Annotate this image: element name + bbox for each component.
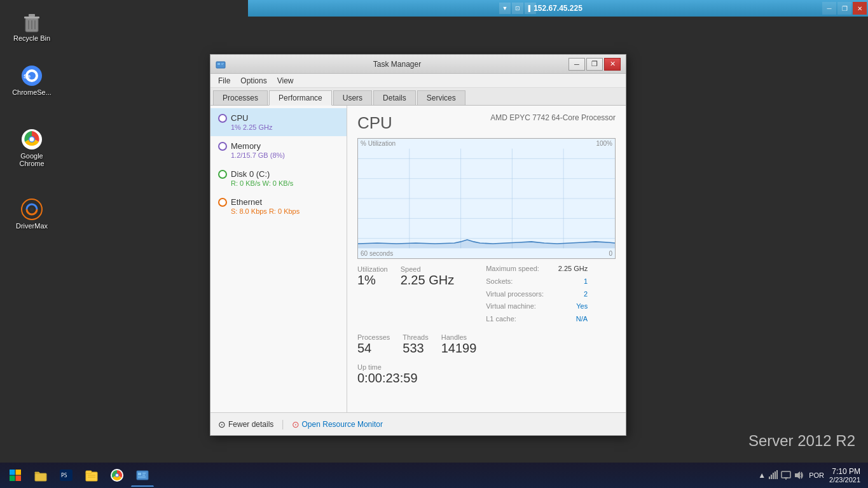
task-manager-icon [135,468,149,482]
vmachine-label: Virtual machine: [486,300,536,313]
resource-disk[interactable]: Disk 0 (C:) R: 0 KB/s W: 0 KB/s [210,164,347,192]
resource-cpu[interactable]: CPU 1% 2.25 GHz [210,108,347,136]
rdp-min-btn[interactable]: ─ [822,2,836,15]
rdp-restore-btn[interactable]: ⊡ [512,3,523,14]
svg-marker-56 [795,471,800,479]
cpu-chart: % Utilization 100% [357,138,616,259]
menu-options[interactable]: Options [235,75,272,87]
vproc-value: 2 [584,288,588,301]
tab-services[interactable]: Services [417,90,465,105]
taskbar: PS ▲ [0,463,868,488]
clock: 7:10 PM 2/23/2021 [829,467,860,484]
ethernet-detail: S: 8.0 Kbps R: 0 Kbps [231,207,339,215]
drivermax-icon[interactable]: DriverMax [6,194,57,232]
windows-logo-icon [9,469,22,482]
sockets-label: Sockets: [486,275,513,288]
cpu-name: CPU [231,113,248,123]
tab-processes[interactable]: Processes [213,90,268,105]
tab-users[interactable]: Users [333,90,372,105]
tm-bottom-bar: ⊙ Fewer details | ⊙ Open Resource Monito… [210,412,626,435]
chart-time-label: 60 seconds [361,250,393,257]
taskbar-chevron[interactable]: ▲ [758,471,766,480]
chart-100-label: 100% [596,140,612,147]
svg-rect-45 [142,473,146,474]
file-explorer-icon [34,468,48,482]
tm-menubar: File Options View [210,74,626,88]
server-version-text: Server 2012 R2 [748,432,855,450]
l1-label: L1 cache: [486,313,516,326]
clock-date: 2/23/2021 [829,476,860,484]
memory-detail: 1.2/15.7 GB (8%) [231,151,339,159]
tab-performance[interactable]: Performance [269,90,332,106]
cpu-chart-svg [358,139,615,258]
rdp-max-btn[interactable]: ❐ [837,2,851,15]
drivermax-label: DriverMax [16,222,48,230]
rdp-signal-btn[interactable]: ▌ [525,3,536,14]
fewer-details-label: Fewer details [228,420,273,429]
google-chrome-label: Google Chrome [9,152,55,167]
svg-rect-52 [776,470,778,479]
cpu-dot [218,114,227,123]
rdp-pin-btn[interactable]: ▼ [499,3,511,14]
threads-label: Threads [403,333,428,341]
svg-rect-53 [782,471,790,478]
svg-text:PS: PS [61,473,67,478]
taskbar-file-manager[interactable] [80,464,103,487]
chromese-icon[interactable]: Se ChromeSe... [6,60,57,99]
svg-rect-33 [35,473,46,481]
taskbar-file-explorer[interactable] [29,464,52,487]
threads-value: 533 [403,341,428,356]
disk-detail: R: 0 KB/s W: 0 KB/s [231,179,339,187]
handles-value: 14199 [441,341,477,356]
taskbar-chrome[interactable] [106,464,128,487]
handles-label: Handles [441,333,477,341]
svg-rect-49 [771,475,772,479]
svg-point-14 [30,207,34,211]
svg-rect-37 [86,471,92,473]
chrome-taskbar-icon [110,468,124,482]
svg-rect-18 [221,64,223,65]
rdp-title: 152.67.45.225 [534,4,582,13]
start-button[interactable] [3,464,28,487]
rdp-titlebar: 152.67.45.225 ▼ ⊡ ▌ ─ ❐ ✕ [248,0,868,17]
speed-label: Speed [401,265,454,273]
open-resource-monitor-label: Open Resource Monitor [302,420,383,429]
taskbar-task-mgr[interactable] [131,464,154,487]
tm-maximize-btn[interactable]: ❐ [586,58,603,71]
taskbar-audio-icon [794,470,804,480]
fewer-details-btn[interactable]: ⊙ Fewer details [218,419,273,429]
ethernet-dot [218,198,227,207]
svg-rect-50 [773,473,774,479]
tm-close-btn[interactable]: ✕ [604,58,621,71]
svg-rect-1 [24,17,39,18]
svg-marker-28 [358,240,615,249]
tm-title: Task Manager [226,60,568,69]
uptime-label: Up time [357,363,616,371]
vmachine-value: Yes [576,300,588,313]
google-chrome-desktop-icon[interactable]: Google Chrome [6,124,57,170]
resource-ethernet[interactable]: Ethernet S: 8.0 Kbps R: 0 Kbps [210,192,347,220]
handles-stat: Handles 14199 [441,331,477,358]
tm-tabs: Processes Performance Users Details Serv… [210,88,626,106]
powershell-icon: PS [59,468,73,482]
open-resource-monitor-btn[interactable]: ⊙ Open Resource Monitor [292,419,383,429]
chart-util-label: % Utilization [361,140,396,147]
rdp-close-btn[interactable]: ✕ [853,2,867,15]
recycle-bin-icon[interactable]: Recycle Bin [6,6,57,45]
memory-name: Memory [231,141,261,151]
svg-text:Se: Se [24,73,31,80]
processes-value: 54 [357,341,390,356]
utilization-label: Utilization [357,265,388,273]
menu-file[interactable]: File [213,75,235,87]
disk-name: Disk 0 (C:) [231,169,270,179]
taskbar-powershell[interactable]: PS [55,464,78,487]
svg-rect-51 [775,471,776,479]
resource-memory[interactable]: Memory 1.2/15.7 GB (8%) [210,136,347,164]
tab-details[interactable]: Details [373,90,416,105]
tm-minimize-btn[interactable]: ─ [568,58,585,71]
menu-view[interactable]: View [272,75,299,87]
language-indicator[interactable]: POR [809,471,824,479]
svg-rect-29 [10,470,15,475]
resource-monitor-icon: ⊙ [292,419,300,429]
sockets-value: 1 [584,275,588,288]
